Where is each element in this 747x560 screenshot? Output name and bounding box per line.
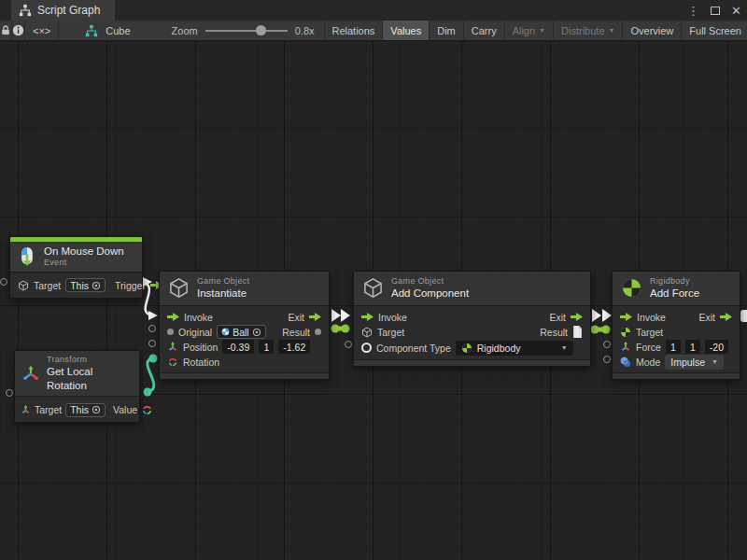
rigidbody-icon [461,343,472,354]
zoom-slider-handle[interactable] [256,25,266,35]
lock-button[interactable] [0,21,12,40]
object-field-value: This [70,404,89,415]
script-graph-window: Script Graph ⋮ ✕ <×> Cube [0,0,747,560]
code-preview-button[interactable]: <×> [25,21,59,40]
mouse-down-icon [18,246,36,267]
caret-down-icon: ▼ [609,27,615,34]
force-z-field[interactable]: -20 [705,340,728,354]
type-port-icon[interactable] [361,343,372,353]
value-port-icon[interactable] [315,329,321,335]
node-add-force[interactable]: Rigidbody Add Force Invoke Exit Target [612,271,740,380]
port-add-force-force[interactable] [603,341,611,348]
object-picker-icon[interactable] [92,281,101,290]
fullscreen-button[interactable]: Full Screen [682,21,747,40]
invoke-label: Invoke [184,312,213,323]
original-object-field[interactable]: Ball [217,325,266,339]
node-get-local-rotation[interactable]: Transform Get Local Rotation Target This [14,350,140,423]
flow-in-port-icon[interactable] [167,313,179,321]
port-add-component-type[interactable] [345,341,352,348]
row-force: Force 1 1 -20 [613,340,740,355]
port-add-force-mode[interactable] [603,356,611,363]
values-button[interactable]: Values [383,21,430,40]
original-label: Original [178,327,212,338]
button-label: Distribute [561,25,604,36]
graph-name-label[interactable]: Cube [106,25,130,36]
mode-dropdown[interactable]: Impulse ▼ [665,355,724,370]
flow-out-port-icon[interactable] [309,313,321,321]
flow-in-port-icon[interactable] [361,313,374,321]
graph-canvas[interactable]: On Mouse Down Event Target This [0,41,747,560]
port-instantiate-position[interactable] [148,340,156,347]
overview-button[interactable]: Overview [623,21,682,40]
position-y-field[interactable]: 1 [259,340,274,354]
position-x-field[interactable]: -0.39 [222,340,254,354]
target-label: Target [35,404,62,415]
dim-button[interactable]: Dim [430,21,464,40]
script-file-icon[interactable] [572,326,583,338]
node-on-mouse-down[interactable]: On Mouse Down Event Target This [9,236,143,299]
target-object-field[interactable]: This [65,278,106,292]
transform-icon [21,405,31,415]
position-z-field[interactable]: -1.62 [278,340,310,354]
object-picker-icon[interactable] [252,328,261,337]
node-footer [160,372,329,379]
row-mode: Mode Impulse ▼ [613,355,740,370]
tab-title: Script Graph [37,4,100,17]
window-menu-icon[interactable]: ⋮ [687,5,699,17]
node-category: Transform [47,355,132,365]
relations-button[interactable]: Relations [325,21,384,40]
port-on-mouse-down-target[interactable] [0,278,7,286]
tab-script-graph[interactable]: Script Graph [11,0,115,21]
close-icon[interactable]: ✕ [731,5,741,17]
button-label: Overview [630,25,673,36]
value-port-icon[interactable] [167,329,174,335]
zoom-slider[interactable] [205,30,288,32]
result-label: Result [282,327,310,338]
flow-out-port-icon[interactable] [720,313,732,321]
node-add-component[interactable]: Game Object Add Component Invoke Exit Ta… [353,271,591,367]
node-category: Game Object [391,276,469,287]
node-title: Add Component [391,287,469,300]
row-target-trigger: Target This Trigger [10,276,142,295]
graph-toolbar: <×> Cube Zoom 0.8x Relations Values Dim … [0,21,747,41]
button-label: Relations [332,25,375,36]
field-value: -1.62 [283,342,305,353]
caret-down-icon: ▼ [561,344,568,351]
maximize-icon[interactable] [711,7,720,15]
title-bar: Script Graph ⋮ ✕ [0,0,747,21]
force-x-field[interactable]: 1 [666,340,681,354]
node-category: Rigidbody [650,276,699,287]
target-object-field[interactable]: This [65,403,106,417]
port-instantiate-original[interactable] [148,325,156,332]
rotation-label: Rotation [183,357,219,368]
force-y-field[interactable]: 1 [685,340,700,354]
node-title: Add Force [650,287,699,300]
distribute-button[interactable]: Distribute▼ [554,21,623,40]
carry-button[interactable]: Carry [464,21,505,40]
flow-in-port-icon[interactable] [620,313,632,321]
align-button[interactable]: Align▼ [505,21,554,40]
object-picker-icon[interactable] [92,405,101,414]
row-invoke-exit: Invoke Exit [354,310,590,325]
port-get-rotation-target[interactable] [6,389,13,397]
row-original-result: Original Ball Result [160,325,329,340]
transform-icon [620,342,631,353]
node-instantiate[interactable]: Game Object Instantiate Invoke Exit Orig… [159,271,330,380]
target-label: Target [377,327,404,338]
graph-asset-icon [85,24,98,37]
button-label: Align [513,25,535,36]
flow-out-port-icon[interactable] [571,313,583,321]
button-label: Dim [437,25,456,36]
row-target-result: Target Result [354,325,590,340]
info-button[interactable] [12,21,25,40]
component-type-dropdown[interactable]: Rigidbody ▼ [456,341,573,356]
mode-label: Mode [636,357,660,368]
rotation-value-port-icon[interactable] [141,404,153,416]
target-label: Target [636,327,663,338]
dropdown-value: Rigidbody [477,343,521,354]
gameobject-icon [362,277,384,299]
field-value: -0.39 [227,342,249,353]
offscreen-wire-fragment [740,310,747,322]
node-footer [354,359,590,366]
rotation-icon [167,357,178,368]
